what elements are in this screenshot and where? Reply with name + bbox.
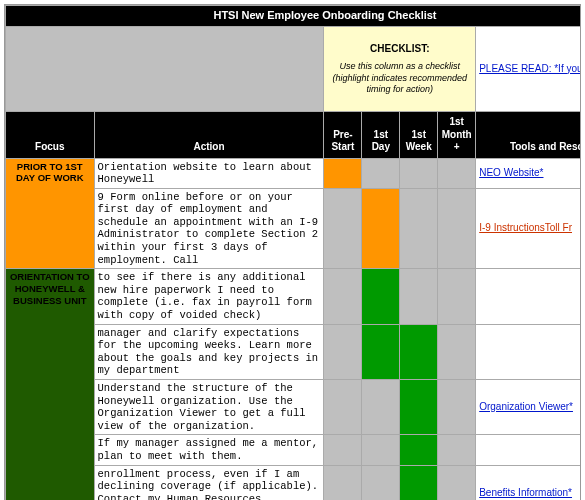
action-cell: If my manager assigned me a mentor, plan…	[94, 435, 324, 465]
checklist-title: CHECKLIST:	[327, 43, 472, 56]
timing-cell	[324, 269, 362, 324]
section-orientation: ORIENTATION TO HONEYWELL & BUSINESS UNIT	[6, 269, 95, 500]
col-tools: Tools and Resources	[476, 112, 581, 159]
timing-cell	[362, 269, 400, 324]
col-day1: 1st Day	[362, 112, 400, 159]
timing-cell	[438, 269, 476, 324]
col-action: Action	[94, 112, 324, 159]
action-cell: Orientation website to learn about Honey…	[94, 158, 324, 188]
timing-cell	[324, 188, 362, 269]
table-row: ORIENTATION TO HONEYWELL & BUSINESS UNIT…	[6, 269, 582, 324]
timing-cell	[362, 188, 400, 269]
col-week1: 1st Week	[400, 112, 438, 159]
resource-cell: I-9 InstructionsToll Fr	[476, 188, 581, 269]
col-prestart: Pre-Start	[324, 112, 362, 159]
timing-cell	[362, 158, 400, 188]
timing-cell	[400, 188, 438, 269]
resource-cell	[476, 435, 581, 465]
resource-link[interactable]: NEO Website*	[479, 167, 543, 178]
resource-link[interactable]: Benefits Information*	[479, 487, 572, 498]
timing-cell	[324, 435, 362, 465]
timing-cell	[362, 435, 400, 465]
timing-cell	[362, 465, 400, 500]
resource-cell	[476, 269, 581, 324]
resource-cell: NEO Website*	[476, 158, 581, 188]
onboarding-table: HTSI New Employee Onboarding Checklist C…	[5, 5, 581, 500]
timing-cell	[362, 380, 400, 435]
timing-cell	[400, 380, 438, 435]
section-prior: PRIOR TO 1ST DAY OF WORK	[6, 158, 95, 269]
resource-cell	[476, 324, 581, 379]
timing-cell	[324, 324, 362, 379]
timing-cell	[324, 465, 362, 500]
timing-cell	[400, 158, 438, 188]
timing-cell	[438, 380, 476, 435]
resource-link[interactable]: I-9 InstructionsToll Fr	[479, 222, 572, 233]
timing-cell	[438, 465, 476, 500]
timing-cell	[400, 435, 438, 465]
col-focus: Focus	[6, 112, 95, 159]
action-cell: to see if there is any additional new hi…	[94, 269, 324, 324]
checklist-subtitle: Use this column as a checklist (highligh…	[327, 61, 472, 95]
action-cell: enrollment process, even if I am declini…	[94, 465, 324, 500]
resource-cell: Benefits Information*	[476, 465, 581, 500]
header-blank	[6, 27, 324, 112]
timing-cell	[400, 324, 438, 379]
action-cell: Understand the structure of the Honeywel…	[94, 380, 324, 435]
timing-cell	[362, 324, 400, 379]
timing-cell	[324, 380, 362, 435]
please-read-cell: PLEASE READ: *If you are not	[476, 27, 581, 112]
spreadsheet: HTSI New Employee Onboarding Checklist C…	[4, 4, 581, 500]
table-row: PRIOR TO 1ST DAY OF WORK Orientation web…	[6, 158, 582, 188]
timing-cell	[438, 158, 476, 188]
action-cell: 9 Form online before or on your first da…	[94, 188, 324, 269]
timing-cell	[324, 158, 362, 188]
checklist-callout: CHECKLIST: Use this column as a checklis…	[324, 27, 476, 112]
resource-cell: Organization Viewer*	[476, 380, 581, 435]
timing-cell	[400, 465, 438, 500]
timing-cell	[438, 435, 476, 465]
col-month1: 1st Month +	[438, 112, 476, 159]
resource-link[interactable]: Organization Viewer*	[479, 401, 573, 412]
timing-cell	[400, 269, 438, 324]
please-read-link[interactable]: PLEASE READ: *If you are not	[479, 63, 581, 74]
timing-cell	[438, 324, 476, 379]
title-bar: HTSI New Employee Onboarding Checklist	[6, 6, 582, 27]
action-cell: manager and clarify expectations for the…	[94, 324, 324, 379]
timing-cell	[438, 188, 476, 269]
